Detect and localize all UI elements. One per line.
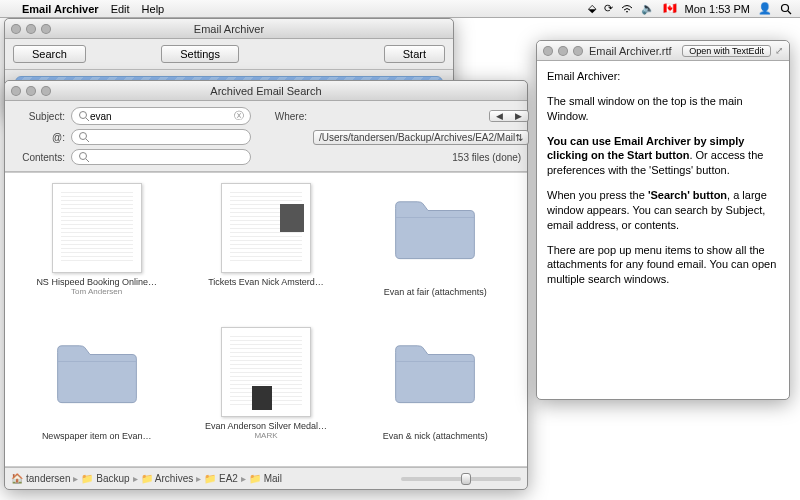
result-label: Newspaper item on Evan… <box>15 431 178 441</box>
search-titlebar[interactable]: Archived Email Search <box>5 81 527 101</box>
svg-point-6 <box>80 153 87 160</box>
result-sub: MARK <box>184 431 347 440</box>
search-icon <box>78 131 90 143</box>
rtf-p4: There are pop up menu items to show all … <box>547 243 779 288</box>
document-thumb <box>52 183 142 273</box>
breadcrumb-item[interactable]: 📁 Backup <box>81 473 129 484</box>
path-bar: 🏠 tandersen▸📁 Backup▸📁 Archives▸📁 EA2▸📁 … <box>5 467 527 489</box>
spotlight-icon[interactable] <box>780 3 792 15</box>
rtf-p3: When you press the 'Search' button, a la… <box>547 188 779 233</box>
result-label: Evan & nick (attachments) <box>354 431 517 441</box>
sync-icon[interactable]: ⟳ <box>604 2 613 15</box>
traffic-lights[interactable] <box>543 46 583 56</box>
result-item[interactable]: Tickets Evan Nick Amsterd… <box>184 183 347 313</box>
result-label: Tickets Evan Nick Amsterd… <box>184 277 347 287</box>
result-item[interactable]: Evan at fair (attachments) <box>354 183 517 313</box>
svg-point-0 <box>782 4 789 11</box>
open-with-button[interactable]: Open with TextEdit <box>682 45 771 57</box>
menu-help[interactable]: Help <box>142 3 165 15</box>
subject-input[interactable]: ⓧ <box>71 107 251 125</box>
home-icon: 🏠 <box>11 473 23 484</box>
dropbox-icon[interactable]: ⬙ <box>588 2 596 15</box>
thumb-size-slider[interactable] <box>401 477 521 481</box>
folder-icon <box>390 193 480 283</box>
wifi-icon[interactable] <box>621 3 633 15</box>
start-button[interactable]: Start <box>384 45 445 63</box>
menu-bar: Email Archiver Edit Help ⬙ ⟳ 🔈 🇨🇦 Mon 1:… <box>0 0 800 18</box>
result-label: Evan at fair (attachments) <box>354 287 517 297</box>
search-window: Archived Email Search Subject: ⓧ Where: … <box>4 80 528 490</box>
subject-label: Subject: <box>15 111 65 122</box>
folder-icon <box>390 337 480 427</box>
search-button[interactable]: Search <box>13 45 86 63</box>
nav-buttons[interactable]: ◀▶ <box>489 110 529 122</box>
rtf-title: Email Archiver.rtf <box>589 45 672 57</box>
rtf-p2: You can use Email Archiver by simply cli… <box>547 134 779 179</box>
rtf-titlebar[interactable]: Email Archiver.rtf Open with TextEdit ⤢ <box>537 41 789 61</box>
result-item[interactable]: Evan & nick (attachments) <box>354 327 517 457</box>
results-grid: NS Hispeed Booking Online…Tom AndersenTi… <box>5 172 527 467</box>
main-titlebar[interactable]: Email Archiver <box>5 19 453 39</box>
breadcrumb-separator: ▸ <box>133 473 138 484</box>
svg-point-4 <box>80 133 87 140</box>
rtf-heading: Email Archiver: <box>547 69 779 84</box>
document-thumb <box>221 327 311 417</box>
result-item[interactable]: NS Hispeed Booking Online…Tom Andersen <box>15 183 178 313</box>
settings-button[interactable]: Settings <box>161 45 239 63</box>
svg-line-3 <box>86 118 89 121</box>
search-icon <box>78 151 90 163</box>
result-sub: Tom Andersen <box>15 287 178 296</box>
results-count: 153 files (done) <box>313 152 529 163</box>
at-input[interactable] <box>71 129 251 145</box>
document-thumb <box>221 183 311 273</box>
rtf-window: Email Archiver.rtf Open with TextEdit ⤢ … <box>536 40 790 400</box>
result-item[interactable]: Evan Anderson Silver Medal…MARK <box>184 327 347 457</box>
quicklook-expand-icon[interactable]: ⤢ <box>775 45 783 56</box>
menu-edit[interactable]: Edit <box>111 3 130 15</box>
user-icon[interactable]: 👤 <box>758 2 772 15</box>
breadcrumb-separator: ▸ <box>241 473 246 484</box>
clock[interactable]: Mon 1:53 PM <box>685 3 750 15</box>
svg-line-5 <box>86 139 89 142</box>
rtf-body: Email Archiver: The small window on the … <box>537 61 789 305</box>
main-title: Email Archiver <box>5 23 453 35</box>
breadcrumb-item[interactable]: tandersen <box>26 473 70 484</box>
chevron-updown-icon: ⇅ <box>515 132 523 143</box>
svg-line-7 <box>86 159 89 162</box>
breadcrumb-separator: ▸ <box>73 473 78 484</box>
rtf-p1: The small window on the top is the main … <box>547 94 779 124</box>
contents-input[interactable] <box>71 149 251 165</box>
result-label: NS Hispeed Booking Online… <box>15 277 178 287</box>
svg-point-2 <box>80 112 87 119</box>
breadcrumb-item[interactable]: 📁 Archives <box>141 473 194 484</box>
at-label: @: <box>15 132 65 143</box>
clear-icon[interactable]: ⓧ <box>234 109 244 123</box>
volume-icon[interactable]: 🔈 <box>641 2 655 15</box>
breadcrumb-separator: ▸ <box>196 473 201 484</box>
where-value: /Users/tandersen/Backup/Archives/EA2/Mai… <box>319 132 515 143</box>
search-title: Archived Email Search <box>5 85 527 97</box>
flag-icon[interactable]: 🇨🇦 <box>663 2 677 15</box>
where-select[interactable]: /Users/tandersen/Backup/Archives/EA2/Mai… <box>313 130 529 145</box>
app-menu[interactable]: Email Archiver <box>22 3 99 15</box>
breadcrumb-item[interactable]: 📁 Mail <box>249 473 282 484</box>
svg-line-1 <box>788 11 791 14</box>
result-item[interactable]: Newspaper item on Evan… <box>15 327 178 457</box>
search-icon <box>78 110 90 122</box>
breadcrumb-item[interactable]: 📁 EA2 <box>204 473 238 484</box>
contents-label: Contents: <box>15 152 65 163</box>
result-label: Evan Anderson Silver Medal… <box>184 421 347 431</box>
folder-icon <box>52 337 142 427</box>
where-label: Where: <box>257 111 307 122</box>
